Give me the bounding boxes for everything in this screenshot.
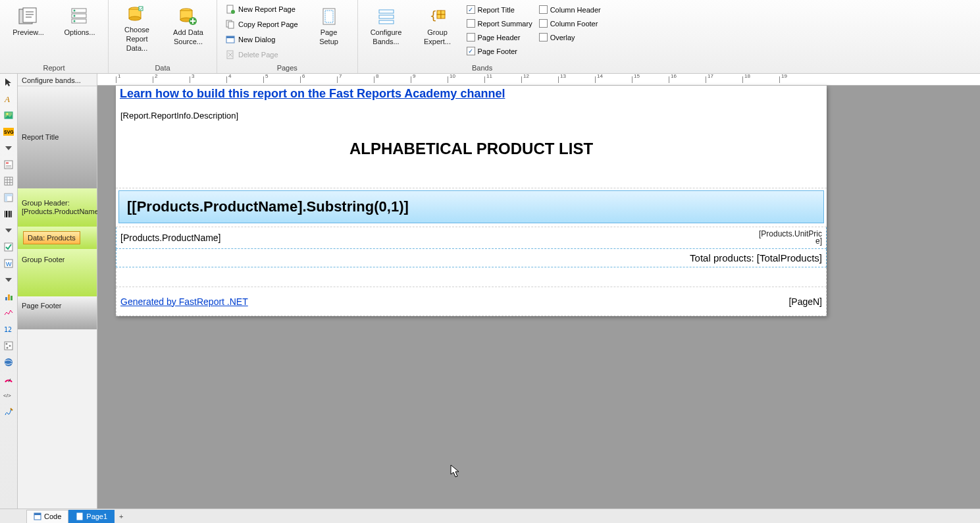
svg-point-70 [5,358,13,366]
unit-price-textbox[interactable]: [Products.UnitPric e] [759,231,822,245]
delete-page-icon [225,49,236,60]
svg-point-10 [74,20,76,22]
check-report-summary[interactable]: Report Summary [465,17,534,30]
svg-rect-44 [6,167,11,167]
generated-by-link[interactable]: Generated by FastReport .NET [120,296,248,307]
preview-label: Preview... [13,28,44,37]
segment-group-footer[interactable]: Total products: [TotalProducts] [116,249,827,267]
configure-bands-link[interactable]: Configure bands... [18,74,97,86]
gauge-tool[interactable] [2,372,15,385]
band-data-chip[interactable]: Data: Products [23,231,80,244]
svg-rect-57 [9,211,11,217]
segment-report-title[interactable]: Learn how to build this report on the Fa… [116,86,827,188]
zipcode-tool[interactable]: 12 [2,323,15,336]
page-n-textbox[interactable]: [PageN] [788,296,822,307]
band-data-row[interactable]: Data: Products [18,227,97,249]
svg-rect-28 [379,10,394,13]
check-column-header[interactable]: Column Header [537,3,603,16]
group-label-report: Report [4,64,104,73]
new-report-page-button[interactable]: New Report Page [221,2,302,16]
svg-point-38 [7,113,9,115]
bands-panel: Configure bands... Report Title Group He… [18,74,97,509]
subreport-tool[interactable] [2,158,15,171]
choose-report-data-label: Choose Report Data... [113,25,161,53]
page-setup-button[interactable]: Page Setup [305,2,353,53]
check-report-title[interactable]: Report Title [465,3,534,16]
ribbon-group-data: Choose Report Data... Add Data Source...… [109,0,217,73]
choose-report-data-button[interactable]: Choose Report Data... [113,2,161,53]
chart-tool[interactable] [2,290,15,303]
cellular-tool[interactable] [2,339,15,352]
dropdown-caret-icon[interactable] [2,142,15,155]
academy-link[interactable]: Learn how to build this report on the Fa… [120,87,505,100]
configure-bands-label: Configure Bands... [371,28,402,46]
workspace: A SVG W 12 </> Configure bands... Report… [0,74,980,509]
copy-page-icon [225,19,236,30]
copy-report-page-button[interactable]: Copy Report Page [221,17,302,32]
band-group-footer[interactable]: Group Footer [18,249,97,296]
svg-text:{: { [430,9,437,22]
svg-point-67 [6,343,8,345]
group-label-bands: Bands [362,64,603,73]
total-products-textbox[interactable]: Total products: [TotalProducts] [690,252,822,263]
add-page-tab[interactable]: + [115,512,128,520]
segment-group-header[interactable]: [[Products.ProductName].Substring(0,1)] [116,190,827,227]
check-overlay[interactable]: Overlay [537,31,603,43]
svg-rect-75 [77,513,82,520]
band-page-footer[interactable]: Page Footer [18,296,97,329]
preview-button[interactable]: Preview... [4,2,53,53]
svg-text:W: W [6,261,12,267]
tab-code[interactable]: Code [26,510,68,523]
svg-rect-55 [6,211,7,217]
checkbox-tool[interactable] [2,240,15,254]
svg-rect-58 [11,211,12,217]
signature-tool[interactable] [2,405,15,418]
dropdown-caret-icon[interactable] [2,224,15,237]
barcode-tool[interactable] [2,207,15,221]
svg-rect-43 [6,165,11,166]
code-tab-icon [34,512,41,520]
delete-page-button: Delete Page [221,47,302,62]
sparkline-tool[interactable] [2,306,15,319]
configure-bands-button[interactable]: Configure Bands... [362,2,411,53]
options-button[interactable]: Options... [55,2,104,53]
svg-rect-3 [26,14,34,15]
richtext-tool[interactable]: W [2,257,15,270]
svg-rect-33 [441,11,445,14]
dropdown-caret-icon[interactable] [2,273,15,287]
toolbox: A SVG W 12 </> [0,74,18,509]
picture-tool[interactable] [2,109,15,122]
band-report-title[interactable]: Report Title [18,86,97,188]
tab-page1[interactable]: Page1 [68,510,115,523]
html-tool[interactable]: </> [2,389,15,402]
design-surface[interactable]: ◂▸ 12345678910111213141516171819 Learn h… [97,74,980,509]
bottom-tabstrip: Code Page1 + [0,509,980,523]
text-tool[interactable]: A [2,92,15,105]
cursor-icon [450,464,459,478]
bands-check-col-1: Report Title Report Summary Page Header … [465,2,534,57]
segment-spacer [116,267,827,287]
product-name-textbox[interactable]: [Products.ProductName] [120,233,221,243]
map-tool[interactable] [2,356,15,369]
check-page-footer[interactable]: Page Footer [465,45,534,57]
check-page-header[interactable]: Page Header [465,31,534,43]
description-textbox[interactable]: [Report.ReportInfo.Description] [120,110,823,121]
pointer-tool[interactable] [2,76,15,89]
segment-data[interactable]: [Products.ProductName] [Products.UnitPri… [116,227,827,249]
add-data-source-button[interactable]: Add Data Source... [164,2,213,53]
band-group-header[interactable]: Group Header: [Products.ProductName [18,188,97,227]
table-tool[interactable] [2,175,15,188]
ruler-horizontal[interactable]: 12345678910111213141516171819 [97,74,980,86]
svg-rect-29 [379,15,394,18]
matrix-tool[interactable] [2,191,15,204]
new-dialog-button[interactable]: New Dialog [221,32,302,47]
options-label: Options... [64,28,95,37]
group-expert-button[interactable]: { Group Expert... [413,2,462,53]
svg-tool[interactable]: SVG [2,125,15,138]
group-header-textbox[interactable]: [[Products.ProductName].Substring(0,1)] [118,190,824,223]
segment-page-footer[interactable]: Generated by FastReport .NET [PageN] [116,287,827,316]
report-page[interactable]: Learn how to build this report on the Fa… [116,86,827,316]
check-column-footer[interactable]: Column Footer [537,17,603,30]
heading-textbox[interactable]: ALPHABETICAL PRODUCT LIST [120,140,823,158]
ribbon-group-bands: Configure Bands... { Group Expert... Rep… [358,0,607,73]
